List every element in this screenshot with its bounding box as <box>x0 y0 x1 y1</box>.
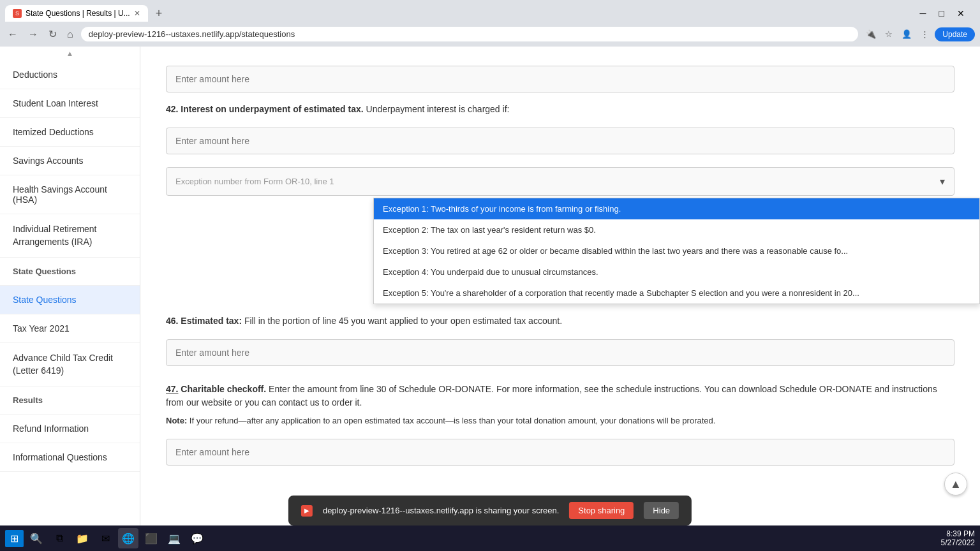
explorer-icon[interactable]: 📁 <box>72 528 93 548</box>
q47-note-label: Note: <box>166 416 187 425</box>
q47-text: 47. Charitable checkoff. Enter the amoun… <box>166 383 954 409</box>
top-amount-input[interactable] <box>166 66 954 92</box>
sidebar-item-state-questions[interactable]: State Questions <box>0 286 140 314</box>
sidebar-item-savings[interactable]: Savings Accounts <box>0 147 140 175</box>
dropdown-option-5[interactable]: Exception 5: You're a shareholder of a c… <box>374 283 979 304</box>
start-button[interactable]: ⊞ <box>5 530 24 547</box>
top-input-section <box>166 66 954 92</box>
tab-title: State Questions | Results | U... <box>26 9 130 18</box>
sidebar-item-itemized[interactable]: Itemized Deductions <box>0 118 140 147</box>
q47-amount-input[interactable] <box>166 439 954 466</box>
code-icon[interactable]: 💻 <box>164 528 184 548</box>
menu-icon[interactable]: ⋮ <box>917 27 932 42</box>
refresh-button[interactable]: ↻ <box>46 26 59 43</box>
dropdown-option-1[interactable]: Exception 1: Two-thirds of your income i… <box>374 198 979 219</box>
taskbar-time: 8:39 PM 5/27/2022 <box>941 529 975 547</box>
sidebar-item-deductions[interactable]: Deductions <box>0 61 140 89</box>
q42-amount-input[interactable] <box>166 128 954 154</box>
q47-title: Charitable checkoff. <box>181 384 266 394</box>
terminal-icon[interactable]: ⬛ <box>141 528 161 548</box>
q46-prefix: 46. Estimated tax: <box>166 316 242 326</box>
close-button[interactable]: ✕ <box>952 6 970 21</box>
screen-share-bar: ▶ deploy-preview-1216--ustaxes.netlify.a… <box>288 496 692 525</box>
hide-button[interactable]: Hide <box>644 502 679 519</box>
q47-number: 47. <box>166 384 178 394</box>
screen-share-icon: ▶ <box>301 505 313 517</box>
stop-sharing-button[interactable]: Stop sharing <box>569 502 634 519</box>
search-taskbar-icon[interactable]: 🔍 <box>26 528 47 548</box>
tab-favicon: S <box>13 9 22 18</box>
sidebar-item-hsa[interactable]: Health Savings Account (HSA) <box>0 175 140 214</box>
q47-note: Note: If your refund—after any applicati… <box>166 415 954 427</box>
sidebar-item-ira[interactable]: Individual Retirement Arrangements (IRA) <box>0 214 140 258</box>
q46-amount-input[interactable] <box>166 339 954 366</box>
q42-title-suffix: Underpayment interest is charged if: <box>366 104 510 114</box>
sidebar-item-student-loan[interactable]: Student Loan Interest <box>0 89 140 118</box>
update-button[interactable]: Update <box>935 27 975 41</box>
sidebar-item-results-cat[interactable]: Results <box>0 386 140 415</box>
bookmark-icon[interactable]: ☆ <box>881 27 896 42</box>
taskbar: ⊞ 🔍 ⧉ 📁 ✉ 🌐 ⬛ 💻 💬 8:39 PM 5/27/2022 <box>0 525 980 551</box>
q47-body: Enter the amount from line 30 of Schedul… <box>166 384 937 408</box>
scroll-up-button[interactable]: ▲ <box>944 473 967 496</box>
forward-button[interactable]: → <box>26 26 41 43</box>
sidebar-item-advance-child[interactable]: Advance Child Tax Credit (Letter 6419) <box>0 343 140 386</box>
q42-section: 42. Interest on underpayment of estimate… <box>166 103 954 196</box>
q42-number: 42. <box>166 104 178 114</box>
q46-body: Fill in the portion of line 45 you want … <box>244 316 562 326</box>
browser-chrome: S State Questions | Results | U... ✕ + ─… <box>0 0 980 47</box>
extensions-icon[interactable]: 🔌 <box>863 27 879 42</box>
sidebar-item-refund[interactable]: Refund Information <box>0 415 140 443</box>
dropdown-menu: Exception 1: Two-thirds of your income i… <box>373 198 980 304</box>
sidebar: ▲ Deductions Student Loan Interest Itemi… <box>0 47 140 547</box>
sidebar-item-state-questions-cat[interactable]: State Questions <box>0 258 140 286</box>
date-display: 5/27/2022 <box>941 538 975 547</box>
q42-dropdown-label: Exception number from Form OR-10, line 1 <box>175 177 334 186</box>
chrome-icon[interactable]: 🌐 <box>118 528 138 548</box>
screen-share-message: deploy-preview-1216--ustaxes.netlify.app… <box>323 506 559 515</box>
back-button[interactable]: ← <box>5 26 20 43</box>
q42-dropdown[interactable]: Exception number from Form OR-10, line 1… <box>166 167 954 196</box>
sidebar-scroll-up[interactable]: ▲ <box>0 47 140 61</box>
mail-icon[interactable]: ✉ <box>95 528 115 548</box>
sidebar-item-informational[interactable]: Informational Questions <box>0 443 140 472</box>
q42-title: Interest on underpayment of estimated ta… <box>181 104 363 114</box>
maximize-button[interactable]: □ <box>934 6 949 21</box>
q42-dropdown-wrapper: Exception number from Form OR-10, line 1… <box>166 167 954 196</box>
dropdown-option-4[interactable]: Exception 4: You underpaid due to unusua… <box>374 261 979 283</box>
q47-note-body: If your refund—after any application to … <box>189 416 716 425</box>
discord-icon[interactable]: 💬 <box>187 528 207 548</box>
taskview-icon[interactable]: ⧉ <box>49 528 70 548</box>
time-display: 8:39 PM <box>941 529 975 538</box>
new-tab-button[interactable]: + <box>151 6 168 22</box>
tab-bar: S State Questions | Results | U... ✕ + ─… <box>0 0 980 22</box>
sidebar-item-tax-year[interactable]: Tax Year 2021 <box>0 314 140 343</box>
active-tab[interactable]: S State Questions | Results | U... ✕ <box>5 5 148 22</box>
address-input[interactable] <box>81 27 859 41</box>
tab-close-button[interactable]: ✕ <box>134 9 140 18</box>
q42-text: 42. Interest on underpayment of estimate… <box>166 103 954 116</box>
profile-icon[interactable]: 👤 <box>899 27 914 42</box>
q46-section: 46. Estimated tax: Fill in the portion o… <box>166 314 954 372</box>
home-button[interactable]: ⌂ <box>64 26 76 43</box>
minimize-button[interactable]: ─ <box>915 6 932 21</box>
q47-section: 47. Charitable checkoff. Enter the amoun… <box>166 383 954 472</box>
toolbar-icons: 🔌 ☆ 👤 ⋮ Update <box>863 27 975 42</box>
address-bar: ← → ↻ ⌂ 🔌 ☆ 👤 ⋮ Update <box>0 22 980 47</box>
q46-text: 46. Estimated tax: Fill in the portion o… <box>166 314 954 328</box>
dropdown-arrow-icon: ▾ <box>940 175 945 187</box>
dropdown-option-2[interactable]: Exception 2: The tax on last year's resi… <box>374 219 979 240</box>
dropdown-option-3[interactable]: Exception 3: You retired at age 62 or ol… <box>374 240 979 261</box>
